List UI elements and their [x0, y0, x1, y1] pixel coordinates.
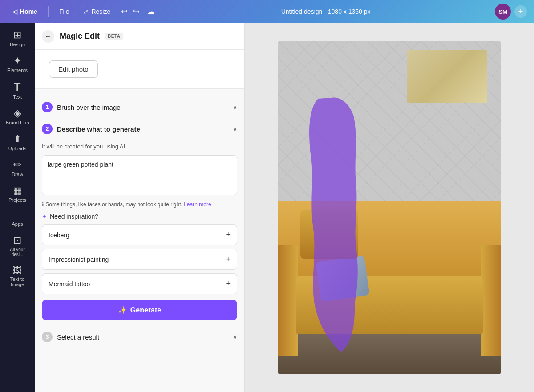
left-sidebar: ⊞ Design ✦ Elements T Text ◈ Brand Hub ⬆…	[0, 23, 35, 392]
elements-icon: ✦	[13, 56, 21, 66]
panel-header: ← Magic Edit BETA Edit photo	[35, 23, 244, 89]
step3-label: Select a result	[57, 333, 99, 341]
sidebar-text-to-image-label: Text to Image	[4, 276, 31, 287]
inspiration-row: ✦ Need inspiration?	[42, 213, 237, 220]
sofa-left-armrest	[278, 245, 298, 356]
step1-chevron: ∧	[233, 104, 237, 111]
sidebar-item-text[interactable]: T Text	[2, 78, 33, 103]
sidebar-item-design[interactable]: ⊞ Design	[2, 27, 33, 51]
add-suggestion-icon: +	[226, 279, 231, 288]
step2-chevron: ∧	[233, 125, 237, 132]
resize-label: Resize	[91, 8, 110, 15]
sofa-right-armrest	[481, 245, 501, 356]
brush-selection-overlay	[305, 94, 363, 352]
file-button[interactable]: File	[54, 5, 75, 18]
design-icon: ⊞	[13, 30, 21, 40]
home-arrow-icon: ◁	[12, 8, 17, 15]
sidebar-design-label: Design	[10, 42, 25, 47]
topbar-right: SM +	[495, 4, 527, 20]
step2-label: Describe what to generate	[57, 125, 140, 133]
panel-content: 1 Brush over the image ∧ 2 Describe what…	[35, 89, 244, 392]
divider	[48, 6, 49, 17]
info-icon: ℹ	[42, 201, 44, 208]
magic-edit-panel: ← Magic Edit BETA Edit photo 1 Brush ove…	[35, 23, 245, 392]
uploads-icon: ⬆	[13, 134, 21, 144]
main-content: ⊞ Design ✦ Elements T Text ◈ Brand Hub ⬆…	[0, 23, 534, 392]
undo-redo-group: ↩ ↪	[119, 5, 142, 18]
sidebar-text-label: Text	[13, 94, 22, 100]
text-icon: T	[14, 82, 21, 92]
inspiration-label: Need inspiration?	[50, 213, 98, 220]
undo-button[interactable]: ↩	[119, 5, 129, 18]
avatar: SM	[495, 4, 511, 20]
cloud-save-button[interactable]: ☁	[145, 5, 157, 18]
suggestion-mermaid[interactable]: Mermaid tattoo +	[42, 273, 237, 294]
sidebar-projects-label: Projects	[8, 197, 26, 203]
sidebar-item-projects[interactable]: ▦ Projects	[2, 182, 33, 206]
sidebar-item-text-to-image[interactable]: 🖼 Text to Image	[2, 262, 33, 291]
panel-header-inner: ← Magic Edit BETA	[35, 23, 244, 50]
apps-icon: ⋯	[13, 212, 21, 220]
brand-hub-icon: ◈	[14, 108, 21, 118]
top-bar: ◁ Home File ⤢ Resize ↩ ↪ ☁ Untitled desi…	[0, 0, 534, 23]
step2-subtext: It will be created for you using AI.	[42, 140, 237, 155]
resize-icon: ⤢	[83, 8, 89, 15]
sidebar-item-all-designs[interactable]: ⊡ All your desi...	[2, 232, 33, 260]
redo-button[interactable]: ↪	[131, 5, 142, 18]
add-suggestion-icon: +	[226, 255, 231, 264]
step3-number: 3	[42, 332, 53, 342]
edit-photo-button[interactable]: Edit photo	[49, 60, 98, 78]
cloud-icon: ☁	[147, 7, 155, 16]
sidebar-elements-label: Elements	[7, 68, 28, 73]
step1-row[interactable]: 1 Brush over the image ∧	[42, 96, 237, 118]
step2-row[interactable]: 2 Describe what to generate ∧	[42, 118, 237, 140]
generate-label: Generate	[130, 306, 161, 314]
sidebar-item-apps[interactable]: ⋯ Apps	[2, 208, 33, 230]
sidebar-item-elements[interactable]: ✦ Elements	[2, 52, 33, 76]
edit-photo-section: Edit photo	[35, 50, 244, 89]
sidebar-apps-label: Apps	[12, 221, 23, 227]
step1-number: 1	[42, 102, 53, 112]
projects-icon: ▦	[13, 186, 22, 196]
generate-icon: ✨	[118, 306, 127, 314]
step1-left: 1 Brush over the image	[42, 102, 121, 112]
prompt-input[interactable]: large green potted plant	[42, 155, 237, 195]
sidebar-all-designs-label: All your desi...	[4, 247, 31, 257]
suggestion-mermaid-label: Mermaid tattoo	[49, 280, 90, 288]
step3-chevron: ∨	[233, 333, 237, 340]
wall-painting	[407, 50, 487, 103]
back-button[interactable]: ←	[42, 30, 54, 43]
canvas-area	[245, 23, 534, 392]
home-button[interactable]: ◁ Home	[7, 5, 43, 18]
step3-left: 3 Select a result	[42, 332, 99, 342]
file-label: File	[59, 8, 69, 15]
step1-label: Brush over the image	[57, 104, 121, 111]
beta-badge: BETA	[105, 33, 123, 40]
add-suggestion-icon: +	[226, 230, 231, 240]
add-button[interactable]: +	[514, 5, 527, 18]
suggestion-iceberg-label: Iceberg	[49, 232, 69, 239]
sidebar-draw-label: Draw	[12, 172, 23, 177]
suggestion-iceberg[interactable]: Iceberg +	[42, 224, 237, 245]
suggestion-impressionist[interactable]: Impressionist painting +	[42, 249, 237, 270]
all-designs-icon: ⊡	[13, 236, 21, 245]
learn-more-link[interactable]: Learn more	[184, 201, 211, 208]
sidebar-item-brand-hub[interactable]: ◈ Brand Hub	[2, 105, 33, 129]
sidebar-item-uploads[interactable]: ⬆ Uploads	[2, 131, 33, 155]
draw-icon: ✏	[13, 160, 21, 170]
sidebar-brand-hub-label: Brand Hub	[6, 120, 29, 125]
panel-title: Magic Edit	[60, 32, 100, 41]
generate-button[interactable]: ✨ Generate	[42, 300, 237, 320]
step2-left: 2 Describe what to generate	[42, 124, 140, 134]
warning-text: ℹ Some things, like faces or hands, may …	[42, 200, 237, 208]
document-title: Untitled design - 1080 x 1350 px	[160, 8, 491, 15]
resize-button[interactable]: ⤢ Resize	[78, 5, 116, 18]
step3-row[interactable]: 3 Select a result ∨	[42, 326, 237, 348]
back-icon: ←	[44, 32, 52, 40]
sidebar-item-draw[interactable]: ✏ Draw	[2, 156, 33, 180]
suggestion-impressionist-label: Impressionist painting	[49, 256, 109, 263]
step2-number: 2	[42, 124, 53, 134]
home-label: Home	[20, 8, 37, 15]
text-to-image-icon: 🖼	[13, 266, 22, 275]
canvas-image	[278, 41, 501, 374]
